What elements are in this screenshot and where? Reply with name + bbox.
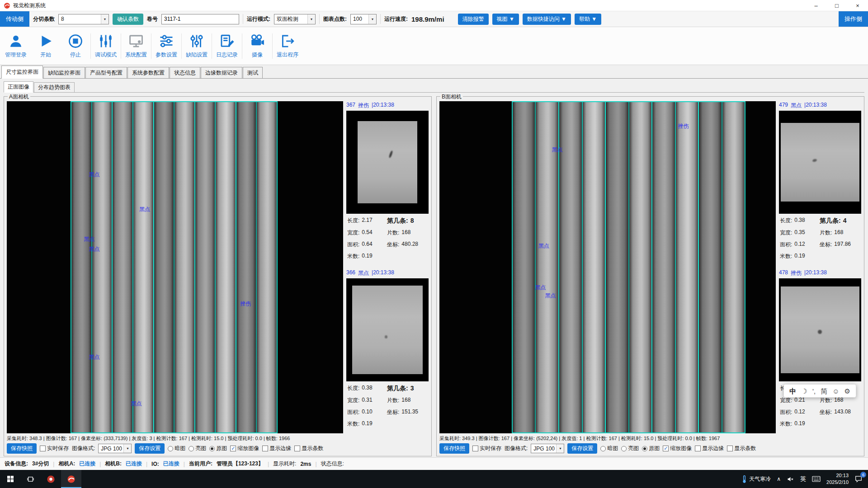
roll-number-input[interactable] — [161, 14, 239, 24]
realtime-save-checkbox[interactable]: 实时保存 — [472, 445, 501, 452]
slit-count-select[interactable]: 8 ▼ — [58, 14, 109, 24]
dark-image-radio[interactable]: 暗图 — [168, 445, 185, 452]
checkbox-checked-icon: ✓ — [663, 446, 669, 451]
show-edge-checkbox[interactable]: 显示边缘 — [262, 445, 291, 452]
hidden-icons-chevron[interactable]: ∧ — [777, 476, 781, 482]
drive-side-button[interactable]: 传动侧 — [0, 11, 29, 27]
camera-a-status-line: 采集耗时: 348.3 | 图像计数: 167 | 像素坐标: (333,713… — [7, 433, 429, 443]
toolbar-button-label: 系统配置 — [125, 51, 147, 59]
play-toolbar-button[interactable]: 开始 — [31, 27, 61, 65]
chevron-down-icon: ▼ — [556, 444, 564, 453]
camera-b-view[interactable]: 挫伤黑点黑点黑点黑点 — [439, 101, 776, 433]
notification-center-button[interactable]: 6 — [854, 475, 863, 483]
image-format-select[interactable]: JPG 100▼ — [98, 444, 132, 453]
camera-a-defect-list: 367挫伤|20:13:38长度:2.17第几条:8宽度:0.54片数:168面… — [346, 101, 429, 433]
camera-b-panel: B面相机 挫伤黑点黑点黑点黑点 479黑点|20:13:38长度:0.38第几条… — [436, 96, 864, 456]
camera-toolbar-button[interactable]: 摄像 — [242, 27, 272, 65]
taskbar-app-1[interactable] — [41, 470, 61, 488]
defect-icon — [189, 33, 204, 49]
realtime-save-checkbox[interactable]: 实时保存 — [40, 445, 69, 452]
bright-image-radio[interactable]: 亮图 — [189, 445, 206, 452]
ime-settings-icon[interactable]: ⚙ — [844, 388, 850, 394]
stat-米数: 米数:0.19 — [780, 253, 820, 260]
main-tab-6[interactable]: 边缘数据记录 — [201, 67, 242, 78]
ime-halfmoon-icon[interactable]: ☽ — [801, 388, 807, 394]
minimize-button[interactable]: – — [806, 0, 826, 11]
taskbar-app-active[interactable] — [61, 470, 81, 488]
data-quick-access-button[interactable]: 数据快捷访问 ▼ — [523, 14, 571, 25]
dark-image-radio[interactable]: 暗图 — [600, 445, 618, 452]
main-tab-2[interactable]: 缺陷监控界面 — [43, 67, 85, 78]
original-image-radio[interactable]: 原图 — [209, 445, 227, 452]
icon-toolbar: 管理登录开始停止调试模式系统配置参数设置缺陷设置日志记录摄像退出程序 — [0, 27, 868, 65]
material-strip — [722, 102, 745, 432]
weather-widget[interactable]: 天气寒冷 — [742, 475, 771, 483]
sub-tab-2[interactable]: 分布趋势图表 — [34, 82, 75, 92]
save-snapshot-button[interactable]: 保存快照 — [7, 443, 37, 454]
stat-米数: 米数:0.19 — [347, 253, 387, 260]
defect-toolbar-button[interactable]: 缺陷设置 — [182, 27, 212, 65]
main-tab-3[interactable]: 产品型号配置 — [85, 67, 127, 78]
help-menu-button[interactable]: 帮助 ▼ — [575, 14, 601, 25]
current-user-value: 管理员【123-123】 — [217, 460, 264, 468]
chart-points-select[interactable]: 100 ▼ — [350, 14, 377, 24]
ime-lang-indicator[interactable]: 中 — [789, 388, 796, 394]
save-settings-button[interactable]: 保存设置 — [135, 443, 165, 454]
camera-a-view[interactable]: 黑点黑点黑点黑点挫伤黑点黑点 — [7, 101, 343, 433]
image-format-select[interactable]: JPG 100▼ — [531, 444, 564, 453]
view-menu-button[interactable]: 视图 ▼ — [492, 14, 519, 25]
original-image-radio[interactable]: 原图 — [642, 445, 660, 452]
debug-toolbar-button[interactable]: 调试模式 — [91, 27, 121, 65]
chevron-down-icon: ▼ — [123, 444, 131, 453]
main-tab-1[interactable]: 尺寸监控界面 — [1, 66, 43, 79]
ime-toolbar[interactable]: 中☽’,简☺⚙ — [783, 384, 856, 398]
main-tab-7[interactable]: 测试 — [243, 67, 263, 78]
bright-image-radio[interactable]: 亮图 — [621, 445, 639, 452]
ime-simplified-indicator[interactable]: 简 — [821, 388, 827, 394]
confirm-count-button[interactable]: 确认条数 — [113, 14, 143, 25]
save-settings-button[interactable]: 保存设置 — [567, 443, 597, 454]
defect-card-478[interactable]: 478挫伤|20:13:38长度:0.57第几条:3宽度:0.21片数:168面… — [779, 269, 861, 433]
touch-keyboard-icon[interactable] — [812, 476, 821, 482]
defect-id: 366 — [346, 269, 355, 277]
exit-toolbar-button[interactable]: 退出程序 — [273, 27, 302, 65]
save-snapshot-button[interactable]: 保存快照 — [439, 443, 469, 454]
show-count-checkbox[interactable]: 显示条数 — [727, 445, 756, 452]
status-bar: 设备信息: 3#分切 | 相机A: 已连接 | 相机B: 已连接 | IO: 已… — [0, 457, 868, 470]
volume-muted-icon[interactable] — [787, 475, 794, 483]
ime-emoji-icon[interactable]: ☺ — [832, 388, 839, 394]
show-edge-checkbox[interactable]: 显示边缘 — [695, 445, 724, 452]
params-toolbar-button[interactable]: 参数设置 — [151, 27, 181, 65]
maximize-button[interactable]: □ — [826, 0, 847, 11]
user-toolbar-button[interactable]: 管理登录 — [1, 27, 31, 65]
zoom-image-checkbox[interactable]: ✓缩放图像 — [663, 445, 692, 452]
input-language-indicator[interactable]: 英 — [800, 475, 806, 483]
system-toolbar-button[interactable]: 系统配置 — [121, 27, 151, 65]
ime-punctuation-icon[interactable]: ’, — [812, 388, 816, 394]
toolbar-separator — [380, 14, 381, 24]
defect-id: 367 — [346, 102, 355, 109]
show-count-checkbox[interactable]: 显示条数 — [294, 445, 323, 452]
log-toolbar-button[interactable]: 日志记录 — [212, 27, 242, 65]
zoom-image-checkbox[interactable]: ✓缩放图像 — [230, 445, 259, 452]
main-tab-4[interactable]: 系统参数配置 — [127, 67, 169, 78]
start-button[interactable] — [0, 470, 20, 488]
clear-alarm-button[interactable]: 清除报警 — [458, 14, 489, 25]
defect-card-367[interactable]: 367挫伤|20:13:38长度:2.17第几条:8宽度:0.54片数:168面… — [346, 101, 429, 266]
stop-toolbar-button[interactable]: 停止 — [61, 27, 90, 65]
defect-card-366[interactable]: 366黑点|20:13:38长度:0.38第几条:3宽度:0.31片数:168面… — [346, 269, 429, 433]
task-view-button[interactable] — [20, 470, 41, 488]
defect-time: |20:13:38 — [804, 102, 827, 109]
sub-tab-1[interactable]: 正面图像 — [4, 81, 33, 93]
camera-b-controls: 保存快照 实时保存 图像格式: JPG 100▼ 保存设置 暗图 亮图 原图 ✓… — [439, 443, 861, 454]
main-tab-5[interactable]: 状态信息 — [170, 67, 200, 78]
clock[interactable]: 20:13 2025/2/10 — [826, 472, 849, 486]
defect-stats: 长度:0.38第几条:4宽度:0.35片数:168面积:0.12坐标:197.8… — [779, 214, 861, 260]
toolbar-button-label: 缺陷设置 — [186, 51, 208, 59]
defect-card-479[interactable]: 479黑点|20:13:38长度:0.38第几条:4宽度:0.35片数:168面… — [779, 101, 861, 266]
run-mode-select[interactable]: 双面检测 ▼ — [274, 14, 316, 24]
close-button[interactable]: × — [847, 0, 868, 11]
sub-tab-bar: 正面图像分布趋势图表 — [4, 81, 864, 93]
run-mode-label: 运行模式: — [247, 15, 270, 23]
operate-side-button[interactable]: 操作侧 — [839, 11, 868, 27]
